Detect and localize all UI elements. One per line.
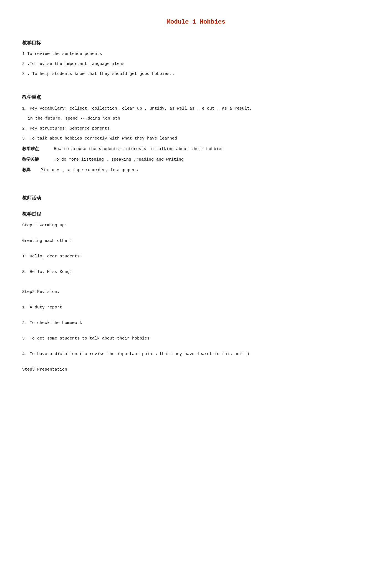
heading-teacher-activities: 教师活动 <box>22 194 370 202</box>
section-teaching-focus: 教学重点 1. Key vocabulary: collect, collect… <box>22 93 370 143</box>
step1-item-2: T: Hello, dear students! <box>22 252 370 261</box>
focus-item-1b: in the future, spend ••,doing \on sth <box>22 115 370 123</box>
focus-item-3: 3. To talk about hobbies correctly with … <box>22 135 370 143</box>
aids-spacer <box>33 168 38 173</box>
goal-item-1: 1 To review the sentence ponents <box>22 50 370 58</box>
goal-item-3: 3 . To help students know that they shou… <box>22 70 370 78</box>
step3-label: Step3 Presentation <box>22 366 370 374</box>
key-spacer <box>41 157 51 162</box>
step1-item-1: Greeting each other! <box>22 237 370 245</box>
focus-item-1: 1. Key vocabulary: collect, collection, … <box>22 105 370 113</box>
step2-section: Step2 Revision: 1. A duty report 2. To c… <box>22 288 370 374</box>
goal-item-2: 2 .To revise the important language item… <box>22 60 370 68</box>
aids-label: 教具 <box>22 168 31 172</box>
focus-item-2: 2. Key structures: Sentence ponents <box>22 125 370 133</box>
section-teaching-process: 教学过程 <box>22 210 370 219</box>
section-teaching-goals: 教学目标 1 To review the sentence ponents 2 … <box>22 39 370 78</box>
aids-content: Pictures , a tape recorder, test papers <box>41 168 138 173</box>
step1-section: Step 1 Warming up: Greeting each other! … <box>22 221 370 276</box>
aids-line: 教具 Pictures , a tape recorder, test pape… <box>22 166 370 174</box>
step2-label: Step2 Revision: <box>22 288 370 296</box>
section-key: 教学关键 To do more listening , speaking ,re… <box>22 155 370 164</box>
section-difficulty: 教学难点 How to arouse the students' interes… <box>22 145 370 153</box>
step2-item-4: 4. To have a dictation (to revise the im… <box>22 350 370 358</box>
key-content: To do more listening , speaking ,reading… <box>54 157 184 162</box>
page-title: Module 1 Hobbies <box>22 17 370 28</box>
difficulty-content: How to arouse the students' interests in… <box>54 147 224 151</box>
step2-item-3: 3. To get some students to talk about th… <box>22 335 370 343</box>
section-teacher-activities: 教师活动 <box>22 194 370 202</box>
difficulty-label: 教学难点 <box>22 146 39 151</box>
step2-item-1: 1. A duty report <box>22 303 370 312</box>
step1-label: Step 1 Warming up: <box>22 221 370 230</box>
section-aids: 教具 Pictures , a tape recorder, test pape… <box>22 166 370 174</box>
key-line: 教学关键 To do more listening , speaking ,re… <box>22 155 370 164</box>
step1-item-3: S: Hello, Miss Kong! <box>22 268 370 276</box>
heading-teaching-process: 教学过程 <box>22 210 370 219</box>
difficulty-spacer <box>41 147 51 151</box>
key-label: 教学关键 <box>22 157 39 161</box>
difficulty-line: 教学难点 How to arouse the students' interes… <box>22 145 370 153</box>
heading-teaching-focus: 教学重点 <box>22 93 370 102</box>
step2-item-2: 2. To check the homework <box>22 319 370 327</box>
heading-teaching-goals: 教学目标 <box>22 39 370 47</box>
